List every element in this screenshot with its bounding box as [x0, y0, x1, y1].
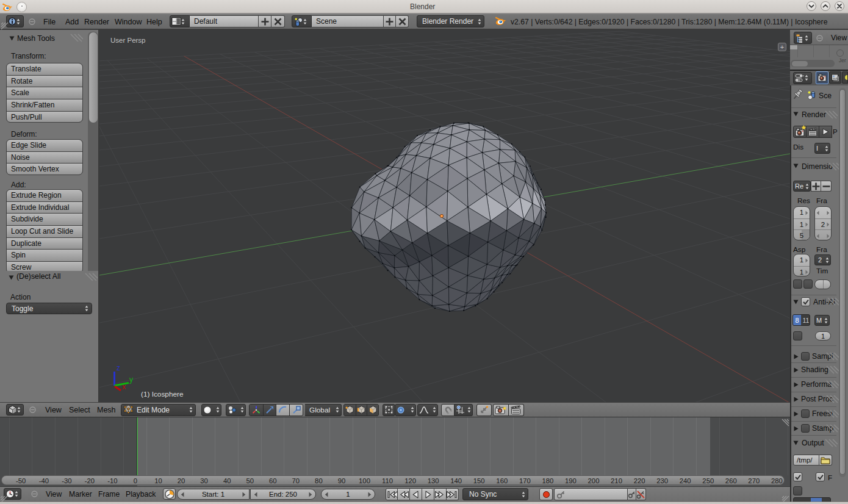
svg-text:y: y — [129, 375, 133, 384]
svg-text:x: x — [122, 383, 126, 391]
svg-text:z: z — [117, 364, 120, 372]
